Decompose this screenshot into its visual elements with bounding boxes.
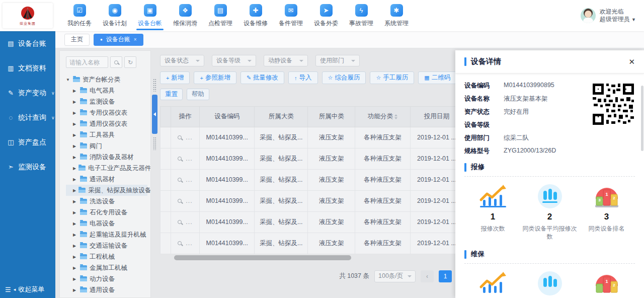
col-mid[interactable]: 所属中类 — [308, 107, 355, 127]
caret-right-icon[interactable]: ▶ — [73, 89, 77, 93]
sort-icon[interactable] — [394, 114, 397, 119]
hscrollbar-thumb[interactable] — [174, 255, 351, 260]
sidebar-item[interactable]: ➣ 监测设备 — [0, 155, 55, 179]
tree-search-button[interactable] — [110, 56, 122, 68]
more-actions-icon[interactable]: ... — [186, 134, 192, 141]
view-detail-icon[interactable] — [178, 157, 182, 161]
view-detail-icon[interactable] — [178, 135, 182, 139]
view-detail-icon[interactable] — [178, 220, 182, 224]
view-detail-icon[interactable] — [178, 199, 182, 203]
user-avatar[interactable] — [581, 8, 596, 23]
tree-node[interactable]: ▶ 电子工业产品及元器件 — [66, 163, 147, 174]
panel-scrollbar-thumb[interactable] — [641, 86, 643, 151]
per-page-select[interactable]: 100条/页 — [374, 270, 416, 282]
caret-right-icon[interactable]: ▶ — [73, 177, 77, 182]
more-actions-icon[interactable]: ... — [186, 176, 192, 183]
prev-page-button[interactable]: ‹ — [421, 270, 434, 282]
toolbar-button[interactable]: ↑ 导入 — [288, 71, 318, 84]
view-detail-icon[interactable] — [178, 241, 182, 245]
caret-right-icon[interactable]: ▶ — [73, 277, 77, 281]
top-nav-item[interactable]: ϟ 事故管理 — [344, 0, 379, 31]
tree-node[interactable]: ▶ 工具器具 — [66, 129, 147, 140]
tree-node[interactable]: ▶ 通用设备 — [66, 284, 147, 295]
sidebar-item[interactable]: ◫ 资产盘点 — [0, 130, 55, 155]
tree-node[interactable]: ▶ 消防设备及器材 — [66, 152, 147, 163]
view-detail-icon[interactable] — [178, 178, 182, 182]
caret-right-icon[interactable]: ▶ — [73, 111, 77, 115]
tree-node[interactable]: ▶ 金属加工机械 — [66, 262, 147, 273]
caret-right-icon[interactable]: ▶ — [73, 266, 77, 270]
tree-node[interactable]: ▶ 洗选设备 — [66, 196, 147, 207]
caret-right-icon[interactable]: ▶ — [73, 244, 77, 248]
tree-search-input[interactable] — [66, 56, 108, 68]
tree-node[interactable]: ▶ 工程机械 — [66, 251, 147, 262]
top-nav-item[interactable]: ➤ 设备外委 — [308, 0, 344, 31]
more-actions-icon[interactable]: ... — [186, 218, 192, 226]
caret-right-icon[interactable]: ▶ — [73, 166, 76, 171]
tree-node[interactable]: ▶ 电气器具 — [66, 85, 147, 96]
top-nav-item[interactable]: ▤ 点检管理 — [203, 0, 238, 31]
user-area[interactable]: 欢迎光临 超级管理员 ▼ — [581, 8, 636, 24]
toolbar-button[interactable]: ☆ 综合履历 — [322, 71, 366, 84]
splitter-grip-icon[interactable] — [153, 137, 156, 150]
toolbar-button[interactable]: ▦ 二维码 — [418, 71, 456, 84]
caret-right-icon[interactable]: ▶ — [73, 188, 76, 193]
tree-node[interactable]: ▶ 采掘、钻探及抽放设备 — [66, 185, 147, 196]
user-menu-caret-icon[interactable]: ▼ — [631, 17, 636, 22]
filter-select[interactable]: 使用部门 — [315, 55, 360, 66]
tab-equipment-ledger[interactable]: ● 设备台账 × — [94, 34, 143, 46]
caret-right-icon[interactable]: ▶ — [73, 221, 77, 226]
top-nav-item[interactable]: ✱ 系统管理 — [379, 0, 414, 31]
caret-right-icon[interactable]: ▶ — [73, 210, 77, 215]
caret-right-icon[interactable]: ▶ — [73, 122, 77, 126]
caret-right-icon[interactable]: ▶ — [73, 133, 77, 137]
caret-right-icon[interactable]: ▶ — [73, 155, 77, 160]
tree-node[interactable]: ▶ 动力设备 — [66, 273, 147, 284]
sidebar-item[interactable]: ✎ 资产变动 ∨ — [0, 81, 55, 105]
more-actions-icon[interactable]: ... — [186, 197, 192, 204]
panel-splitter[interactable] — [152, 50, 157, 298]
caret-right-icon[interactable]: ▶ — [73, 288, 77, 292]
caret-right-icon[interactable]: ▶ — [73, 199, 77, 204]
filter-select[interactable]: 设备状态 — [160, 55, 204, 66]
close-icon[interactable]: ✕ — [628, 57, 635, 66]
more-actions-icon[interactable]: ... — [186, 240, 192, 247]
top-nav-item[interactable]: ☑ 我的任务 — [62, 0, 97, 31]
tab-home[interactable]: 主页 — [64, 34, 90, 46]
col-code[interactable]: 设备编码 — [200, 107, 255, 127]
top-nav-item[interactable]: ▣ 设备台帐 — [132, 0, 168, 31]
splitter-grip-icon[interactable] — [153, 79, 156, 92]
reset-button[interactable]: 重置 — [160, 89, 183, 100]
tree-node[interactable]: ▶ 通用设备 — [66, 295, 147, 298]
filter-select[interactable]: 设备等级 — [212, 55, 256, 66]
tree-node[interactable]: ▶ 阀门 — [66, 140, 147, 152]
top-nav-item[interactable]: ◉ 设备计划 — [97, 0, 132, 31]
caret-right-icon[interactable]: ▶ — [73, 144, 77, 148]
toolbar-button[interactable]: + 参照新增 — [194, 71, 236, 84]
tree-node[interactable]: ▶ 通用仪器仪表 — [66, 118, 147, 129]
tree-node[interactable]: ▶ 专用仪器仪表 — [66, 107, 147, 118]
tree-node[interactable]: ▶ 石化专用设备 — [66, 207, 147, 218]
tree-node[interactable]: ▶ 监测设备 — [66, 96, 147, 107]
col-major[interactable]: 所属大类 — [255, 107, 308, 127]
sidebar-item[interactable]: ▥ 文档资料 — [0, 56, 55, 81]
col-func[interactable]: 功能分类 — [355, 107, 410, 127]
toolbar-button[interactable]: ✎ 批量修改 — [240, 71, 284, 84]
page-1-button[interactable]: 1 — [439, 270, 452, 282]
sidebar-item[interactable]: ▤ 设备台账 — [0, 31, 55, 56]
tree-node[interactable]: ▶ 电器设备 — [66, 218, 147, 229]
tab-close-icon[interactable]: × — [134, 37, 137, 42]
caret-right-icon[interactable]: ▶ — [73, 233, 77, 237]
tree-node[interactable]: ▶ 起重输送及提升机械 — [66, 229, 147, 240]
top-nav-item[interactable]: ❖ 维保润滑 — [168, 0, 203, 31]
caret-down-icon[interactable]: ▼ — [66, 78, 70, 82]
top-nav-item[interactable]: ✚ 设备维修 — [238, 0, 273, 31]
caret-right-icon[interactable]: ▶ — [73, 255, 77, 259]
more-actions-icon[interactable]: ... — [186, 155, 192, 162]
help-button[interactable]: 帮助 — [187, 89, 209, 100]
sidebar-item[interactable]: ◌ 统计查询 ∨ — [0, 105, 55, 130]
toolbar-button[interactable]: + 新增 — [160, 71, 190, 84]
filter-select[interactable]: 动静设备 — [264, 55, 308, 66]
tree-node[interactable]: ▶ 交通运输设备 — [66, 240, 147, 251]
tree-root[interactable]: ▼ 资产台帐分类 — [66, 74, 147, 85]
